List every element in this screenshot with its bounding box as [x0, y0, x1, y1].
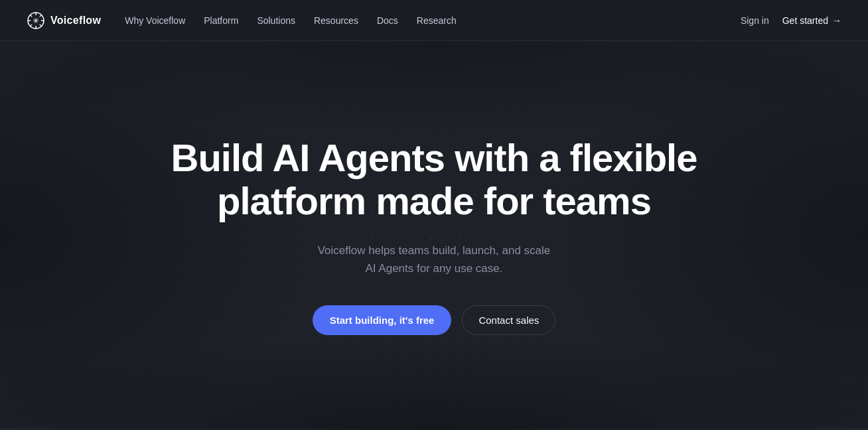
contact-sales-button[interactable]: Contact sales	[462, 305, 555, 335]
start-building-button[interactable]: Start building, it's free	[313, 305, 452, 335]
get-started-button[interactable]: Get started →	[782, 15, 841, 26]
hero-subtitle-line1: Voiceflow helps teams build, launch, and…	[318, 244, 551, 257]
get-started-arrow: →	[832, 15, 841, 26]
hero-subtitle-line2: AI Agents for any use case.	[366, 262, 503, 275]
sign-in-button[interactable]: Sign in	[741, 15, 769, 26]
nav-right: Sign in Get started →	[741, 15, 841, 26]
logo-text: Voiceflow	[50, 15, 101, 27]
logo[interactable]: Voiceflow	[27, 11, 101, 30]
svg-line-8	[40, 24, 42, 26]
nav-link-research[interactable]: Research	[417, 15, 457, 26]
nav-left: Voiceflow Why Voiceflow Platform Solutio…	[27, 11, 457, 30]
hero-subtitle: Voiceflow helps teams build, launch, and…	[318, 242, 551, 277]
svg-line-10	[31, 24, 33, 26]
hero-buttons: Start building, it's free Contact sales	[313, 305, 556, 335]
svg-point-2	[35, 19, 37, 21]
nav-link-resources[interactable]: Resources	[314, 15, 358, 26]
nav-link-solutions[interactable]: Solutions	[257, 15, 295, 26]
hero-section: Build AI Agents with a flexible platform…	[0, 41, 868, 430]
get-started-label: Get started	[782, 15, 828, 26]
hero-content: Build AI Agents with a flexible platform…	[162, 136, 706, 335]
svg-line-9	[40, 15, 42, 17]
hero-title: Build AI Agents with a flexible platform…	[162, 136, 706, 223]
nav-link-platform[interactable]: Platform	[204, 15, 238, 26]
nav-link-docs[interactable]: Docs	[377, 15, 398, 26]
voiceflow-logo-icon	[27, 11, 45, 30]
svg-line-7	[31, 15, 33, 17]
navbar: Voiceflow Why Voiceflow Platform Solutio…	[0, 0, 868, 41]
nav-links: Why Voiceflow Platform Solutions Resourc…	[125, 15, 457, 26]
nav-link-why-voiceflow[interactable]: Why Voiceflow	[125, 15, 185, 26]
